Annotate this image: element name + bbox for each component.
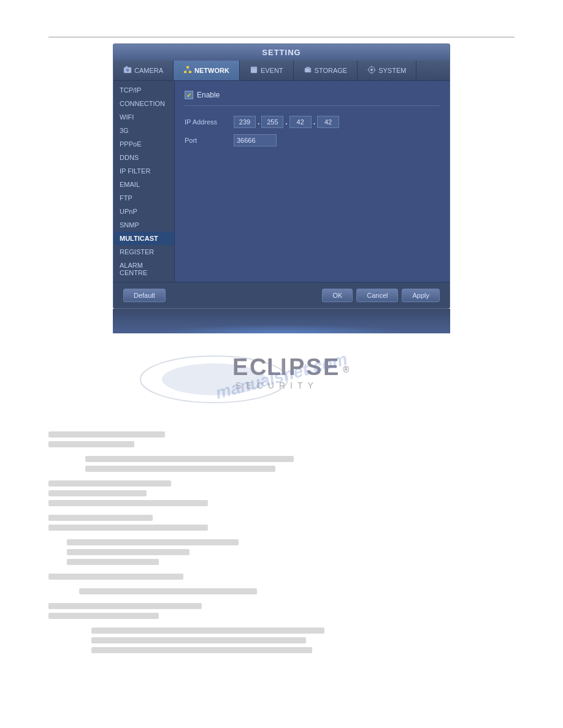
ip-octet-3[interactable] (289, 116, 312, 128)
ip-octet-4[interactable] (317, 116, 339, 128)
ip-octet-2[interactable] (261, 116, 283, 128)
svg-rect-3 (186, 66, 189, 68)
storage-icon (304, 66, 312, 75)
ip-dot-3: . (313, 118, 315, 126)
port-row: Port (185, 134, 440, 146)
blur-line (91, 637, 306, 643)
tab-camera[interactable]: CAMERA (113, 61, 174, 80)
sidebar-item-email[interactable]: EMAIL (113, 178, 174, 191)
tab-event-label: EVENT (261, 67, 283, 74)
svg-line-7 (188, 68, 190, 71)
svg-text:®: ® (343, 365, 350, 374)
blur-line (48, 431, 165, 438)
tab-storage[interactable]: STORAGE (294, 61, 358, 80)
svg-text:SECURITY: SECURITY (236, 381, 318, 390)
blur-line (48, 525, 208, 531)
port-input[interactable] (234, 134, 277, 146)
svg-rect-4 (184, 71, 186, 73)
blur-line (91, 628, 324, 634)
camera-icon (123, 66, 132, 75)
system-icon (367, 66, 376, 75)
blur-line (85, 456, 294, 462)
svg-rect-8 (251, 67, 257, 73)
blur-line (67, 539, 239, 545)
ip-fields: . . . (234, 116, 339, 128)
ip-address-row: IP Address . . . (185, 116, 440, 128)
top-divider (48, 37, 515, 37)
ip-octet-1[interactable] (234, 116, 256, 128)
sidebar-item-3g[interactable]: 3G (113, 124, 174, 137)
port-label: Port (185, 137, 234, 144)
svg-text:E: E (232, 354, 250, 380)
blur-line (67, 549, 190, 555)
button-bar: Default OK Cancel Apply (113, 282, 450, 308)
ip-dot-2: . (285, 118, 287, 126)
logo-area: E C L I P S E ® SECURITY manualsnet.com (110, 333, 453, 419)
enable-checkbox[interactable] (185, 91, 193, 99)
blur-line (85, 466, 275, 472)
tab-system[interactable]: SYSTEM (358, 61, 416, 80)
tab-camera-label: CAMERA (134, 67, 163, 74)
svg-rect-2 (126, 66, 128, 67)
blurred-content (48, 431, 515, 653)
ip-address-label: IP Address (185, 118, 234, 126)
svg-text:C: C (250, 354, 269, 380)
sidebar-item-tcpip[interactable]: TCP/IP (113, 83, 174, 97)
default-button[interactable]: Default (123, 289, 166, 302)
tab-event[interactable]: EVENT (240, 61, 294, 80)
svg-line-6 (185, 68, 188, 71)
sidebar-item-snmp[interactable]: SNMP (113, 218, 174, 232)
enable-row: Enable (185, 91, 440, 106)
sidebar-item-upnp[interactable]: UPnP (113, 205, 174, 218)
blur-line (48, 490, 147, 496)
blur-line (91, 647, 312, 653)
sidebar-item-ftp[interactable]: FTP (113, 191, 174, 205)
cancel-button[interactable]: Cancel (356, 289, 398, 302)
action-buttons: OK Cancel Apply (322, 289, 440, 302)
svg-point-14 (309, 70, 310, 71)
tab-network-label: NETWORK (194, 67, 229, 74)
title-text: SETTING (262, 48, 301, 57)
svg-point-16 (370, 69, 373, 71)
event-icon (250, 66, 258, 75)
settings-dialog: SETTING CAMERA (113, 44, 450, 309)
sidebar-item-multicast[interactable]: MULTICAST (113, 232, 174, 245)
sidebar-item-pppoe[interactable]: PPPoE (113, 137, 174, 151)
blur-line (48, 603, 202, 609)
apply-button[interactable]: Apply (402, 289, 440, 302)
sidebar-item-connection[interactable]: CONNECTION (113, 97, 174, 110)
network-icon (183, 66, 192, 75)
sidebar-item-alarmcentre[interactable]: ALARM CENTRE (113, 259, 174, 279)
blur-line (48, 515, 153, 521)
svg-rect-5 (189, 71, 191, 73)
enable-label: Enable (197, 91, 220, 99)
tab-network[interactable]: NETWORK (174, 61, 240, 80)
tab-system-label: SYSTEM (378, 67, 406, 74)
svg-rect-13 (306, 67, 310, 69)
sidebar-item-ddns[interactable]: DDNS (113, 151, 174, 164)
content-panel: Enable IP Address . . . Port (175, 81, 450, 282)
ok-button[interactable]: OK (322, 289, 353, 302)
svg-point-1 (126, 69, 129, 72)
blur-line (48, 441, 134, 447)
blur-line (48, 480, 171, 487)
blur-line (48, 574, 183, 580)
blur-line (79, 588, 257, 594)
svg-text:S: S (306, 354, 324, 380)
sidebar-item-ipfilter[interactable]: IP FILTER (113, 164, 174, 178)
ip-dot-1: . (258, 118, 259, 126)
main-area: TCP/IP CONNECTION WIFI 3G PPPoE DDNS IP … (113, 81, 450, 282)
svg-text:P: P (289, 354, 307, 380)
sidebar-item-register[interactable]: REGISTER (113, 245, 174, 259)
sidebar: TCP/IP CONNECTION WIFI 3G PPPoE DDNS IP … (113, 81, 175, 282)
wave-decoration (113, 309, 450, 333)
dialog-title: SETTING (113, 44, 450, 61)
tab-bar: CAMERA NETWORK (113, 61, 450, 81)
svg-text:I: I (280, 354, 289, 380)
eclipse-logo-svg: E C L I P S E ® SECURITY (134, 346, 429, 407)
blur-line (48, 613, 159, 619)
tab-storage-label: STORAGE (315, 67, 348, 74)
sidebar-item-wifi[interactable]: WIFI (113, 110, 174, 124)
blur-line (48, 500, 208, 506)
blur-line (67, 559, 159, 565)
